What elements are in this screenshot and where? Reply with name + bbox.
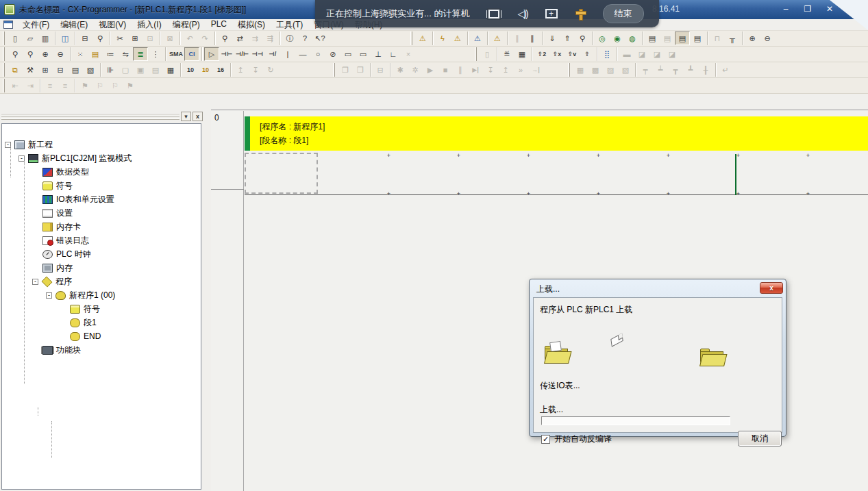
menu-item-7[interactable]: 模拟(S) — [232, 18, 271, 32]
network-transfer-icon[interactable]: ⚠ — [490, 32, 505, 45]
select-tool-icon[interactable]: ▷ — [204, 47, 219, 61]
upload-from-plc-icon[interactable]: ⇑ — [560, 32, 575, 45]
transfer-settings-icon[interactable]: ⚠ — [470, 32, 485, 45]
context-help-icon[interactable]: ↖? — [312, 32, 327, 45]
coil-icon[interactable]: ○ — [310, 47, 325, 61]
paste-bit-v-icon[interactable]: ⇪v — [565, 47, 580, 61]
tree-item-新工程[interactable]: -新工程 — [5, 138, 53, 151]
paste-bit-empty-icon[interactable]: ⇪ — [580, 47, 595, 61]
pause-monitor-icon[interactable]: ◍ — [625, 32, 640, 45]
tree-item-功能块[interactable]: 功能块 — [42, 344, 81, 356]
print-preview-icon[interactable]: ⚲ — [92, 32, 108, 45]
menu-item-8[interactable]: 工具(T) — [271, 18, 308, 32]
info-icon[interactable]: ⓘ — [282, 32, 297, 45]
toolbar-grip[interactable] — [3, 63, 5, 77]
menu-item-2[interactable]: 编辑(E) — [55, 18, 93, 32]
menu-item-6[interactable]: PLC — [206, 18, 232, 32]
rung-comment-icon[interactable]: ▤ — [88, 47, 103, 61]
tree-item-数据类型[interactable]: 数据类型 — [42, 166, 89, 178]
tree-item-设置[interactable]: 设置 — [42, 207, 73, 219]
calendar-set-icon[interactable]: ▦ — [514, 47, 530, 61]
copy-icon[interactable]: ⊞ — [127, 32, 142, 45]
compare-with-plc-icon[interactable]: ⚲ — [575, 32, 590, 45]
properties-window-icon[interactable]: ▧ — [83, 63, 98, 77]
grid-toggle-icon[interactable]: ⁙ — [73, 47, 88, 61]
toolbar-grip[interactable] — [410, 32, 412, 45]
toolbar-grip[interactable] — [3, 79, 5, 92]
tree-expander[interactable]: - — [46, 292, 52, 299]
find-icon[interactable]: ⚲ — [217, 32, 232, 45]
cut-icon[interactable]: ✂ — [112, 32, 127, 45]
zoom-region-icon[interactable]: ⚲ — [23, 47, 38, 61]
menu-item-1[interactable]: 文件(F) — [17, 18, 55, 32]
tree-item-内存卡[interactable]: 内存卡 — [42, 221, 81, 233]
monitor-decimal-icon[interactable]: 10 — [183, 63, 198, 77]
open-file-icon[interactable]: ▱ — [23, 32, 38, 45]
tree-item-PLC 时钟[interactable]: PLC 时钟 — [42, 248, 91, 260]
instruction-box-2-icon[interactable]: ▭ — [356, 47, 371, 61]
or-contact-closed-icon[interactable]: ⊣/ — [265, 47, 280, 61]
tree-expander[interactable]: - — [32, 279, 38, 285]
toolbar-grip[interactable] — [568, 63, 570, 77]
minimize-button[interactable]: – — [779, 4, 793, 14]
menu-item-3[interactable]: 视图(V) — [93, 18, 132, 32]
address-stamp-icon[interactable]: ≝ — [499, 47, 514, 61]
tree-item-段1[interactable]: 段1 — [70, 316, 97, 329]
panel-dropdown-button[interactable]: ▾ — [181, 112, 191, 121]
tree-item-内存[interactable]: 内存 — [42, 262, 73, 274]
tree-item-END[interactable]: END — [70, 330, 101, 342]
cross-reference-icon[interactable]: ⊞ — [38, 63, 53, 77]
add-window-icon[interactable]: + — [545, 9, 558, 18]
tree-item-新PLC1[CJ2M] 监视模式[interactable]: -新PLC1[CJ2M] 监视模式 — [18, 152, 132, 164]
build-tool-icon[interactable]: ⚒ — [23, 63, 38, 77]
tree-item-程序[interactable]: -程序 — [32, 275, 72, 288]
monitor-icon[interactable]: ◎ — [595, 32, 610, 45]
print-icon[interactable]: ⊟ — [77, 32, 92, 45]
differential-monitor-icon[interactable]: ◉ — [610, 32, 625, 45]
toolbar-grip[interactable] — [3, 32, 5, 45]
pause-b-icon[interactable]: ∥ — [525, 32, 540, 45]
io-comment-view-icon[interactable]: ⇋ — [118, 47, 133, 61]
monitor-signed-decimal-icon[interactable]: 10 — [198, 63, 213, 77]
replace-icon[interactable]: ⇄ — [232, 32, 247, 45]
tree-item-符号[interactable]: 符号 — [70, 303, 100, 315]
mdi-child-icon[interactable] — [3, 21, 13, 29]
restore-button[interactable]: ❐ — [801, 4, 815, 14]
vertical-line-icon[interactable]: | — [280, 47, 295, 61]
save-icon[interactable]: ▥ — [38, 32, 53, 45]
tree-expander[interactable]: - — [18, 155, 25, 162]
zoom-to-fit-icon[interactable]: ⚲ — [8, 47, 23, 61]
auto-decompile-checkbox[interactable]: ✓ — [541, 435, 550, 444]
paste-bit-x-icon[interactable]: ⇪x — [549, 47, 565, 61]
compile-program-check-icon[interactable]: ◫ — [58, 32, 73, 45]
toolbar-grip[interactable] — [3, 47, 5, 61]
zoom-in-icon[interactable]: ⊕ — [38, 47, 53, 61]
dialog-close-button[interactable]: x — [760, 282, 783, 294]
instruction-box-icon[interactable]: ▭ — [340, 47, 356, 61]
work-online-icon[interactable]: ϟ — [435, 32, 450, 45]
mode-program-icon[interactable]: ▤ — [645, 32, 660, 45]
invert-tool-icon[interactable]: ⊥ — [371, 47, 386, 61]
connect-tool-icon[interactable]: ∟ — [386, 47, 401, 61]
force-on-icon[interactable]: ⊕ — [745, 32, 760, 45]
monitor-hex-icon[interactable]: 16 — [213, 63, 228, 77]
speaker-icon[interactable]: ◁)) — [517, 8, 527, 19]
local-symbols-icon[interactable]: ≔ — [103, 47, 118, 61]
ladder-cursor-cell[interactable] — [245, 153, 318, 194]
force-off-icon[interactable]: ⊖ — [760, 32, 775, 45]
menu-item-5[interactable]: 编程(P) — [167, 18, 206, 32]
tree-item-符号[interactable]: 符号 — [42, 179, 73, 192]
new-file-icon[interactable]: ▯ — [8, 32, 23, 45]
address-reference-icon[interactable]: ⊟ — [53, 63, 68, 77]
rung-wrap-icon[interactable]: ≣ — [133, 47, 148, 61]
program-check-window-icon[interactable]: ⊪ — [103, 63, 118, 77]
tree-view-icon[interactable]: ⋮ — [148, 47, 163, 61]
cancel-button[interactable]: 取消 — [738, 431, 782, 446]
contact-closed-icon[interactable]: ⊣/⊢ — [234, 47, 250, 61]
paste-bit-2-icon[interactable]: ⇪2 — [534, 47, 549, 61]
mnemonics-view-icon[interactable]: SMA — [168, 47, 184, 61]
horizontal-line-icon[interactable]: — — [295, 47, 310, 61]
ci-view-icon[interactable]: CI — [184, 47, 199, 61]
io-refresh-icon[interactable]: ╥ — [725, 32, 740, 45]
menu-item-4[interactable]: 插入(I) — [132, 18, 166, 32]
